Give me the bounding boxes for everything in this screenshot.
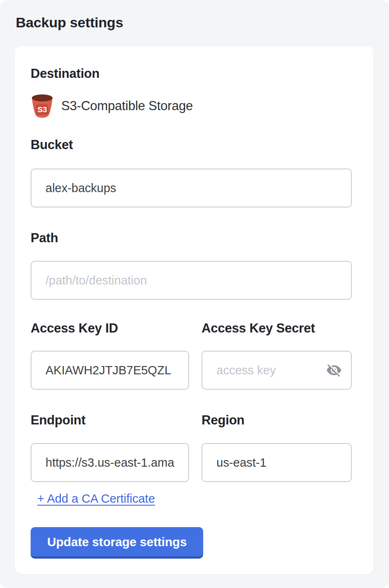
destination-value: S3-Compatible Storage (61, 99, 193, 113)
destination-value-row: S3 S3-Compatible Storage (31, 94, 352, 118)
region-input[interactable] (202, 443, 352, 482)
destination-label: Destination (31, 66, 352, 81)
add-ca-certificate-link[interactable]: + Add a CA Certificate (37, 492, 155, 506)
access-key-secret-label: Access Key Secret (202, 321, 352, 336)
access-key-secret-field (202, 351, 352, 390)
endpoint-input[interactable] (31, 443, 189, 482)
toggle-secret-visibility-button[interactable] (326, 362, 342, 378)
path-label: Path (31, 231, 352, 246)
backup-settings-card: Destination S3 S3-Compatible Storage Buc… (15, 46, 373, 574)
access-key-id-input[interactable] (31, 351, 189, 390)
access-key-id-label: Access Key ID (31, 321, 189, 336)
bucket-label: Bucket (31, 137, 352, 152)
path-input[interactable] (31, 261, 352, 300)
region-label: Region (202, 413, 352, 428)
eye-off-icon (326, 362, 342, 378)
page-background: Backup settings Destination S3 S3-Compat… (0, 0, 389, 588)
update-storage-settings-button[interactable]: Update storage settings (31, 527, 203, 559)
s3-bucket-icon: S3 (31, 94, 54, 118)
endpoint-label: Endpoint (31, 413, 189, 428)
access-keys-row: Access Key ID Access Key Secret (31, 321, 352, 390)
bucket-input[interactable] (31, 169, 352, 207)
endpoint-region-row: Endpoint Region (31, 413, 352, 482)
page-title: Backup settings (16, 14, 389, 31)
s3-icon-label: S3 (37, 105, 47, 114)
